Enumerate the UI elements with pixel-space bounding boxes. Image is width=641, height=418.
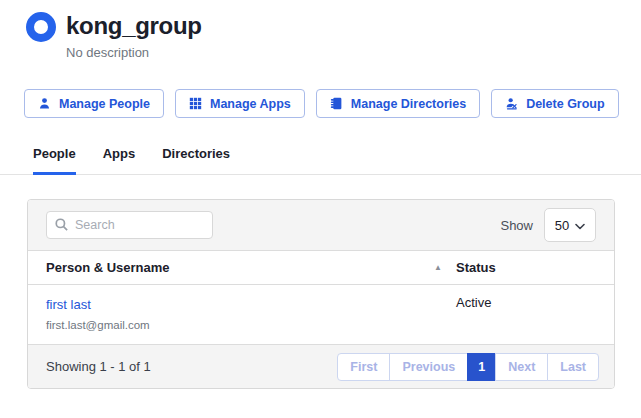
column-status[interactable]: Status [456, 260, 496, 275]
page-size-value: 50 [555, 218, 569, 233]
panel-toolbar: Show 50 [28, 200, 614, 251]
pagination: First Previous 1 Next Last [337, 353, 599, 381]
manage-apps-label: Manage Apps [210, 97, 291, 111]
person-icon [38, 97, 51, 110]
status-value: Active [456, 295, 491, 310]
manage-directories-label: Manage Directories [351, 97, 466, 111]
person-name-link[interactable]: first last [46, 297, 91, 312]
table-row: first last first.last@gmail.com Active [28, 285, 614, 345]
person-username: first.last@gmail.com [46, 319, 456, 331]
page-title: kong_group [66, 10, 202, 42]
panel-footer: Showing 1 - 1 of 1 First Previous 1 Next… [28, 345, 614, 388]
search-wrap [46, 211, 213, 239]
group-ring-icon [26, 12, 56, 42]
people-panel: Show 50 Person & Username ▲ Status first… [27, 199, 615, 389]
sort-asc-icon[interactable]: ▲ [434, 263, 442, 272]
manage-people-button[interactable]: Manage People [24, 89, 164, 118]
page-header: kong_group No description [0, 0, 641, 60]
page-size-select[interactable]: 50 [544, 208, 596, 242]
table-header: Person & Username ▲ Status [28, 251, 614, 285]
apps-grid-icon [189, 97, 202, 110]
tab-bar: People Apps Directories [0, 146, 641, 175]
chevron-down-icon [575, 218, 585, 233]
search-input[interactable] [46, 211, 213, 239]
manage-people-label: Manage People [59, 97, 150, 111]
search-icon [54, 217, 69, 236]
action-button-row: Manage People Manage Apps Manage [0, 89, 641, 118]
pagination-page-1-button[interactable]: 1 [467, 353, 496, 381]
tab-apps[interactable]: Apps [103, 146, 136, 175]
pagination-previous-button[interactable]: Previous [389, 353, 468, 381]
directory-book-icon [330, 97, 343, 110]
column-person-username[interactable]: Person & Username [46, 260, 170, 275]
delete-group-icon [505, 97, 518, 110]
tab-directories[interactable]: Directories [162, 146, 230, 175]
pagination-next-button[interactable]: Next [495, 353, 548, 381]
manage-directories-button[interactable]: Manage Directories [316, 89, 480, 118]
group-description: No description [66, 45, 202, 60]
pagination-last-button[interactable]: Last [547, 353, 599, 381]
pagination-first-button[interactable]: First [337, 353, 390, 381]
manage-apps-button[interactable]: Manage Apps [175, 89, 305, 118]
show-label: Show [500, 218, 533, 233]
delete-group-button[interactable]: Delete Group [491, 89, 619, 118]
showing-summary: Showing 1 - 1 of 1 [46, 359, 151, 374]
delete-group-label: Delete Group [526, 97, 605, 111]
tab-people[interactable]: People [33, 146, 76, 175]
